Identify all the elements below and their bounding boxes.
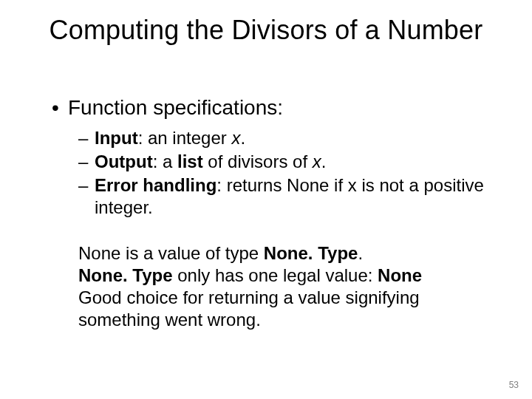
spec-error-label: Error handling bbox=[95, 175, 216, 195]
spec-input-text: Input: an integer x. bbox=[95, 127, 495, 149]
dash-marker: – bbox=[78, 151, 95, 173]
page-number: 53 bbox=[509, 380, 519, 390]
spec-error: – Error handling: returns None if x is n… bbox=[78, 174, 495, 219]
spec-output-var: x bbox=[313, 151, 321, 171]
note-1a: None is a value of type bbox=[78, 243, 264, 263]
spec-output-label: Output bbox=[95, 151, 153, 171]
spec-input-rest: : an integer bbox=[138, 128, 232, 148]
bullet-marker: • bbox=[52, 96, 68, 120]
spec-output-after: . bbox=[321, 151, 327, 171]
spec-output-rest: of divisors of bbox=[203, 151, 313, 171]
spec-input-label: Input bbox=[95, 128, 138, 148]
note-2a: None. Type bbox=[78, 265, 173, 285]
spec-error-text: Error handling: returns None if x is not… bbox=[95, 174, 495, 219]
note-1b: None. Type bbox=[264, 243, 358, 263]
spec-output-text: Output: a list of divisors of x. bbox=[95, 151, 495, 173]
note-line-2: None. Type only has one legal value: Non… bbox=[78, 265, 492, 287]
spec-output: – Output: a list of divisors of x. bbox=[78, 151, 495, 173]
bullet-function-specs: • Function specifications: bbox=[52, 96, 495, 120]
note-2b: only has one legal value: bbox=[173, 265, 378, 285]
slide: Computing the Divisors of a Number • Fun… bbox=[0, 0, 532, 399]
bullet-text: Function specifications: bbox=[68, 96, 283, 120]
spec-input-var: x bbox=[231, 128, 240, 148]
dash-marker: – bbox=[78, 174, 95, 219]
body: • Function specifications: – Input: an i… bbox=[52, 96, 495, 331]
note-2c: None bbox=[378, 265, 422, 285]
spec-list: – Input: an integer x. – Output: a list … bbox=[78, 127, 495, 219]
spec-output-t1: : a bbox=[153, 151, 177, 171]
spec-input-after: . bbox=[240, 128, 245, 148]
notes: None is a value of type None. Type. None… bbox=[78, 242, 492, 331]
note-1c: . bbox=[358, 243, 363, 263]
slide-title: Computing the Divisors of a Number bbox=[0, 15, 532, 46]
dash-marker: – bbox=[78, 127, 95, 149]
note-line-1: None is a value of type None. Type. bbox=[78, 242, 492, 265]
spec-input: – Input: an integer x. bbox=[78, 127, 495, 149]
spec-output-emph: list bbox=[177, 151, 203, 171]
note-line-3: Good choice for returning a value signif… bbox=[78, 287, 492, 331]
